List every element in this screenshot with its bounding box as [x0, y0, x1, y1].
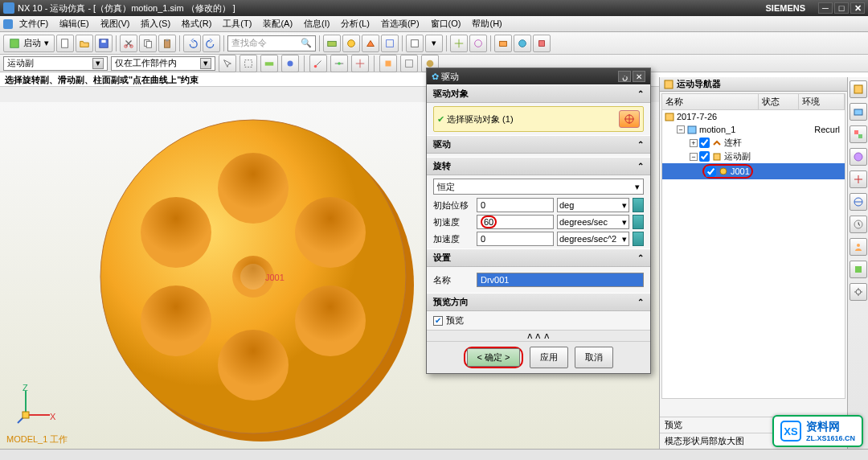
- model-wheel: J001: [96, 112, 418, 450]
- rb-pref-icon[interactable]: [850, 283, 867, 301]
- tree-root[interactable]: 2017-7-26: [662, 110, 845, 123]
- apply-button[interactable]: 应用: [530, 347, 568, 368]
- title-bar: NX 10 - 运动仿真 - [（仿真）motion_1.sim （修改的） ]…: [0, 0, 868, 16]
- menu-info[interactable]: 信息(I): [299, 16, 334, 31]
- pick-target-icon[interactable]: [619, 110, 640, 128]
- svg-point-14: [475, 39, 482, 47]
- close-button[interactable]: ✕: [850, 2, 865, 14]
- rb-part-icon[interactable]: [850, 103, 867, 121]
- menu-preferences[interactable]: 首选项(P): [376, 16, 424, 31]
- spin-acc[interactable]: [633, 232, 644, 246]
- select-driver-object[interactable]: ✔ 选择驱动对象 (1): [433, 106, 644, 132]
- input-vel[interactable]: 60: [477, 215, 554, 229]
- sel-t3[interactable]: [260, 55, 278, 72]
- ok-button[interactable]: < 确定 >: [467, 348, 521, 367]
- sel-t9[interactable]: [400, 55, 418, 72]
- brand-label: SIEMENS: [765, 3, 805, 13]
- sel-t7[interactable]: [351, 55, 369, 72]
- joints-check[interactable]: [699, 151, 710, 162]
- input-acc[interactable]: 0: [477, 232, 554, 246]
- j001-check[interactable]: [706, 166, 716, 177]
- col-env[interactable]: 环境: [799, 94, 845, 109]
- section-target[interactable]: 驱动对象⌃: [427, 84, 650, 103]
- unit-acc[interactable]: degrees/sec^2▾: [557, 232, 629, 246]
- tree-links[interactable]: +连杆: [662, 136, 845, 150]
- unit-disp[interactable]: deg▾: [557, 198, 629, 212]
- col-state[interactable]: 状态: [759, 94, 799, 109]
- section-settings[interactable]: 设置⌃: [427, 248, 650, 267]
- rb-sys-icon[interactable]: [850, 261, 867, 278]
- sel-t2[interactable]: [240, 55, 257, 72]
- menu-help[interactable]: 帮助(H): [467, 16, 506, 31]
- tb-d1[interactable]: [494, 35, 512, 52]
- redo-button[interactable]: [203, 35, 220, 52]
- start-button[interactable]: 启动▾: [3, 35, 55, 52]
- menu-tools[interactable]: 工具(T): [218, 16, 256, 31]
- tb-b2[interactable]: ▾: [425, 35, 443, 52]
- dialog-close-button[interactable]: ✕: [633, 71, 645, 82]
- spin-vel[interactable]: [633, 215, 644, 229]
- maximize-button[interactable]: □: [834, 2, 849, 14]
- menu-view[interactable]: 视图(V): [96, 16, 135, 31]
- tb-b1[interactable]: [406, 35, 424, 52]
- menu-edit[interactable]: 编辑(E): [55, 16, 94, 31]
- tb-d3[interactable]: [533, 35, 551, 52]
- selection-filter[interactable]: 运动副▾: [3, 56, 108, 71]
- menu-analysis[interactable]: 分析(L): [336, 16, 374, 31]
- sel-t6[interactable]: [330, 55, 348, 72]
- sel-t1[interactable]: [219, 55, 236, 72]
- rb-browser-icon[interactable]: [850, 193, 867, 211]
- svg-point-34: [141, 197, 211, 268]
- tb-a3[interactable]: [362, 35, 379, 52]
- rb-roles-icon[interactable]: [850, 238, 867, 256]
- tree-joints[interactable]: −运动副: [662, 150, 845, 163]
- cancel-button[interactable]: 取消: [575, 347, 613, 368]
- svg-point-33: [141, 285, 211, 356]
- open-button[interactable]: [76, 35, 93, 52]
- unit-vel[interactable]: degrees/sec▾: [557, 215, 629, 229]
- undo-button[interactable]: [183, 35, 201, 52]
- cut-button[interactable]: [120, 35, 137, 52]
- tb-a4[interactable]: [381, 35, 399, 52]
- links-check[interactable]: [699, 138, 710, 148]
- rb-navigator-icon[interactable]: [850, 80, 867, 98]
- section-preview[interactable]: 预览方向⌃: [427, 293, 650, 311]
- menu-format[interactable]: 格式(R): [177, 16, 216, 31]
- sel-t8[interactable]: [379, 55, 397, 72]
- input-disp[interactable]: 0: [477, 198, 554, 212]
- rb-history-icon[interactable]: [850, 216, 867, 233]
- col-name[interactable]: 名称: [662, 94, 759, 109]
- tb-a2[interactable]: [342, 35, 360, 52]
- menu-insert[interactable]: 插入(S): [136, 16, 175, 31]
- spin-disp[interactable]: [633, 198, 644, 212]
- tb-a1[interactable]: [323, 35, 341, 52]
- tree-j001[interactable]: J001: [662, 163, 845, 179]
- dialog-help-button[interactable]: ن: [618, 71, 631, 82]
- sel-t4[interactable]: [281, 55, 299, 72]
- menu-file[interactable]: 文件(F): [14, 16, 53, 31]
- save-button[interactable]: [95, 35, 113, 52]
- tree-motion[interactable]: −motion_1Recurl: [662, 123, 845, 136]
- svg-rect-1: [62, 39, 68, 47]
- collapse-handle[interactable]: ʌ ʌ ʌ: [427, 330, 650, 341]
- input-name[interactable]: Drv001: [477, 273, 644, 287]
- paste-button[interactable]: [158, 35, 176, 52]
- tb-d2[interactable]: [514, 35, 531, 52]
- menu-window[interactable]: 窗口(O): [426, 16, 466, 31]
- tb-c1[interactable]: [450, 35, 468, 52]
- copy-button[interactable]: [139, 35, 157, 52]
- command-search[interactable]: 查找命令🔍: [227, 35, 316, 51]
- tb-c2[interactable]: [469, 35, 487, 52]
- minimize-button[interactable]: ─: [818, 2, 833, 14]
- rotation-type-select[interactable]: 恒定▾: [433, 179, 644, 195]
- new-button[interactable]: [56, 35, 74, 52]
- preview-checkbox[interactable]: ✔预览: [433, 314, 644, 327]
- rb-assy-icon[interactable]: [850, 125, 867, 143]
- menu-assembly[interactable]: 装配(A): [258, 16, 297, 31]
- selection-scope[interactable]: 仅在工作部件内▾: [111, 56, 215, 71]
- section-rotate[interactable]: 旋转⌃: [427, 157, 650, 175]
- sel-t5[interactable]: [309, 55, 327, 72]
- section-drive[interactable]: 驱动⌃: [427, 135, 650, 154]
- rb-reuse-icon[interactable]: [850, 148, 867, 166]
- svg-text:X: X: [50, 412, 56, 421]
